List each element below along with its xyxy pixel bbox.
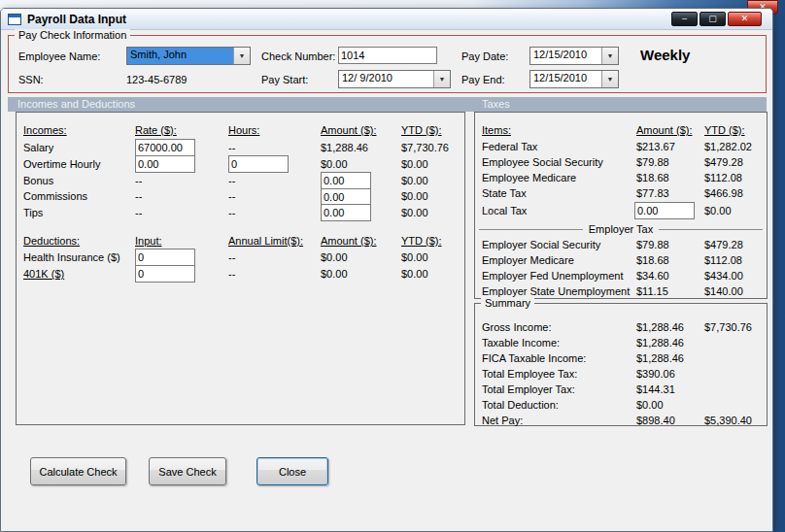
ssn-value: 123-45-6789 [126, 74, 187, 85]
section-band: Incomes and Deductions Taxes [8, 97, 767, 112]
employer-medicare-ytd: $112.08 [704, 254, 742, 266]
incomes-deductions-panel: Incomes: Rate ($): Hours: Amount ($): YT… [16, 112, 465, 425]
ded-ytd-col-header: YTD ($): [401, 235, 442, 247]
total-employee-tax-value: $390.06 [636, 368, 675, 380]
employer-fed-unemployment-label: Employer Fed Unemployment [482, 270, 624, 282]
bonus-amount-input[interactable] [321, 172, 371, 189]
k401-amount: $0.00 [321, 268, 348, 280]
employer-ss-ytd: $479.28 [704, 239, 743, 250]
gross-income-ytd: $7,730.76 [704, 321, 752, 333]
federal-tax-amount: $213.67 [636, 141, 675, 152]
net-pay-ytd: $5,390.40 [704, 415, 752, 426]
maximize-icon[interactable]: ▢ [700, 12, 726, 26]
title-bar[interactable]: Payroll Data Input – ▢ ✕ [1, 9, 772, 30]
save-check-button[interactable]: Save Check [149, 457, 226, 485]
chevron-down-icon[interactable]: ▼ [601, 71, 618, 87]
window-title: Payroll Data Input [27, 13, 126, 26]
rate-col-header: Rate ($): [135, 124, 177, 136]
overtime-amount: $0.00 [321, 158, 348, 170]
taxes-panel: Items: Amount ($): YTD ($): Federal Tax … [474, 112, 768, 299]
net-pay-value: $898.40 [636, 415, 675, 426]
salary-amount: $1,288.46 [321, 142, 368, 153]
close-button[interactable]: Close [256, 457, 328, 485]
federal-tax-label: Federal Tax [482, 141, 537, 152]
employer-state-unemployment-ytd: $140.00 [704, 285, 743, 297]
commissions-rate: -- [135, 190, 142, 202]
pay-date-value: 12/15/2010 [530, 48, 601, 64]
total-employer-tax-label: Total Employer Tax: [482, 383, 575, 395]
pay-start-picker[interactable]: 12/ 9/2010 ▼ [338, 70, 451, 88]
check-number-input[interactable] [338, 47, 437, 64]
commissions-label: Commissions [23, 190, 87, 202]
minimize-icon[interactable]: – [671, 12, 698, 26]
employee-name-value: Smith, John [127, 48, 233, 64]
summary-legend: Summary [481, 297, 534, 309]
k401-label: 401K ($) [23, 268, 64, 280]
summary-groupbox: Summary Gross Income: $1,288.46 $7,730.7… [474, 303, 768, 426]
bonus-hours: -- [228, 175, 235, 186]
chevron-down-icon[interactable]: ▼ [233, 48, 250, 64]
employer-state-unemployment-amount: $11.15 [636, 285, 668, 297]
health-insurance-ytd: $0.00 [401, 251, 428, 263]
employer-ss-amount: $79.88 [636, 239, 669, 250]
ded-amount-col-header: Amount ($): [321, 235, 376, 247]
ssn-label: SSN: [18, 74, 44, 85]
tax-items-header: Items: [482, 124, 511, 136]
pay-start-label: Pay Start: [261, 74, 308, 85]
check-number-label: Check Number: [261, 50, 335, 62]
employee-name-label: Employee Name: [18, 50, 100, 62]
tips-ytd: $0.00 [401, 207, 428, 218]
chevron-down-icon[interactable]: ▼ [433, 71, 450, 87]
payroll-dialog: Payroll Data Input – ▢ ✕ Pay Check Infor… [0, 8, 773, 532]
commissions-ytd: $0.00 [401, 190, 428, 202]
paycheck-info-groupbox: Pay Check Information Employee Name: Smi… [8, 35, 767, 93]
employer-tax-separator: Employer Tax [479, 222, 763, 236]
commissions-hours: -- [228, 190, 235, 202]
gross-income-label: Gross Income: [482, 321, 552, 333]
local-tax-label: Local Tax [482, 205, 527, 216]
k401-limit: -- [228, 268, 235, 280]
employer-state-unemployment-label: Employer State Unemployment [482, 285, 630, 297]
k401-ytd: $0.00 [401, 268, 428, 280]
taxable-income-label: Taxable Income: [482, 337, 560, 349]
pay-date-picker[interactable]: 12/15/2010 ▼ [529, 47, 619, 65]
salary-hours: -- [228, 142, 235, 153]
pay-date-label: Pay Date: [461, 50, 508, 62]
hours-col-header: Hours: [228, 124, 259, 136]
total-deduction-value: $0.00 [636, 399, 664, 411]
employer-medicare-label: Employer Medicare [482, 254, 574, 266]
net-pay-label: Net Pay: [482, 415, 523, 426]
deductions-col-header: Deductions: [23, 235, 80, 247]
state-tax-label: State Tax [482, 187, 527, 199]
amount-col-header: Amount ($): [321, 124, 376, 136]
pay-end-label: Pay End: [461, 74, 505, 85]
salary-label: Salary [23, 142, 53, 153]
employee-ss-label: Employee Social Security [482, 156, 603, 168]
bonus-rate: -- [135, 175, 142, 186]
tips-amount-input[interactable] [321, 204, 371, 221]
overtime-hours-input[interactable] [228, 155, 289, 173]
total-deduction-label: Total Deduction: [482, 399, 559, 411]
tax-ytd-header: YTD ($): [704, 124, 745, 136]
salary-rate-input[interactable] [135, 139, 195, 156]
pay-start-value: 12/ 9/2010 [339, 71, 433, 87]
local-tax-input[interactable] [634, 202, 695, 219]
overtime-rate-input[interactable] [135, 155, 195, 173]
pay-end-picker[interactable]: 12/15/2010 ▼ [529, 70, 619, 88]
health-insurance-amount: $0.00 [321, 251, 348, 263]
employee-medicare-label: Employee Medicare [482, 172, 576, 183]
tips-label: Tips [23, 207, 43, 218]
health-insurance-input[interactable] [135, 249, 195, 266]
gross-income-value: $1,288.46 [636, 321, 684, 333]
calculate-check-button[interactable]: Calculate Check [30, 457, 126, 485]
close-icon[interactable]: ✕ [728, 12, 762, 26]
overtime-label: Overtime Hourly [23, 158, 100, 170]
paycheck-info-legend: Pay Check Information [15, 29, 130, 41]
employee-name-select[interactable]: Smith, John ▼ [126, 47, 251, 65]
pay-end-value: 12/15/2010 [530, 71, 601, 87]
employer-fed-unemployment-amount: $34.60 [636, 270, 669, 282]
k401-input[interactable] [135, 265, 195, 283]
chevron-down-icon[interactable]: ▼ [601, 48, 618, 64]
taxes-section-header: Taxes [482, 98, 510, 110]
fica-taxable-income-value: $1,288.46 [636, 352, 684, 364]
